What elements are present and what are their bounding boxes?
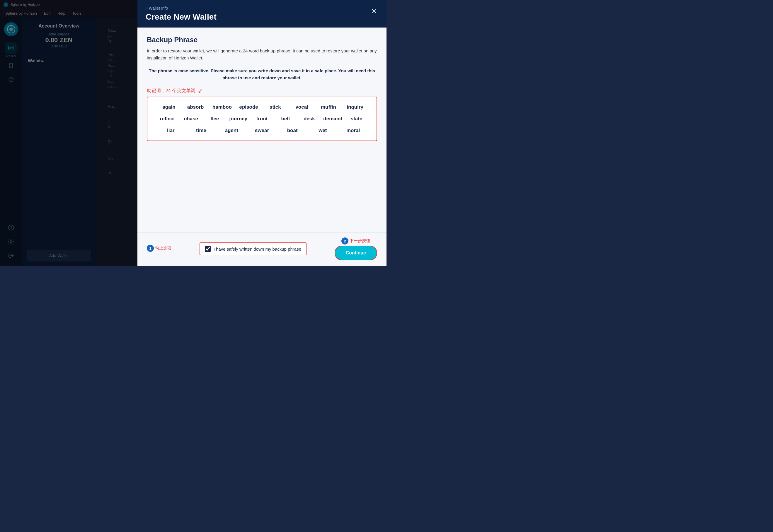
- phrase-word-18: liar: [159, 128, 182, 134]
- create-wallet-modal: ‹ Wallet Info Create New Wallet Backup P…: [137, 0, 386, 266]
- annotation-arrow-icon: ↙: [198, 87, 203, 94]
- back-label: Wallet Info: [149, 6, 168, 11]
- phrase-word-22: boat: [281, 128, 304, 134]
- phrase-word-10: chase: [179, 116, 203, 122]
- phrase-word-15: desk: [297, 116, 321, 122]
- annotation-text: 助记词，24 个英文单词: [147, 88, 196, 94]
- phrase-word-17: state: [345, 116, 368, 122]
- step-1-badge: 1: [147, 245, 154, 252]
- modal-body: Backup Phrase In order to restore your w…: [137, 28, 386, 232]
- step1-label: 勾上选项: [155, 246, 171, 251]
- warning-text: The phrase is case sensitive. Please mak…: [147, 67, 377, 81]
- modal-footer: 1 勾上选项 I have safely written down my bac…: [137, 232, 386, 266]
- modal-header: ‹ Wallet Info Create New Wallet: [137, 0, 386, 28]
- phrase-word-9: reflect: [155, 116, 179, 122]
- phrase-row-2: reflect chase flee journey front belt de…: [155, 116, 368, 122]
- phrase-row-3: liar time agent swear boat wet moral: [155, 128, 368, 134]
- phrase-word-6: vocal: [290, 104, 314, 110]
- phrase-word-16: demand: [321, 116, 345, 122]
- checkbox-area: I have safely written down my backup phr…: [200, 242, 307, 255]
- modal-close-button[interactable]: [369, 6, 379, 16]
- section-title: Backup Phrase: [147, 36, 377, 44]
- section-description: In order to restore your wallet, we will…: [147, 47, 377, 61]
- backup-checkbox[interactable]: [205, 246, 211, 252]
- phrase-row-1: again absorb bamboo episode stick vocal …: [155, 104, 368, 110]
- phrase-word-5: stick: [264, 104, 287, 110]
- phrase-word-21: swear: [250, 128, 274, 134]
- phrase-word-24: moral: [341, 128, 365, 134]
- phrase-word-1: again: [157, 104, 180, 110]
- modal-title: Create New Wallet: [146, 12, 378, 22]
- phrase-word-19: time: [189, 128, 213, 134]
- phrase-word-4: episode: [237, 104, 261, 110]
- phrase-word-3: bamboo: [211, 104, 234, 110]
- continue-button[interactable]: Continue: [335, 246, 377, 260]
- phrase-word-7: muffin: [317, 104, 340, 110]
- step2-label: 下一步按钮: [350, 238, 370, 244]
- step-2-badge: 2: [341, 237, 348, 244]
- back-button[interactable]: ‹ Wallet Info: [146, 6, 378, 11]
- back-chevron-icon: ‹: [146, 6, 147, 11]
- phrase-word-20: agent: [220, 128, 243, 134]
- phrase-word-2: absorb: [184, 104, 207, 110]
- phrase-word-11: flee: [203, 116, 227, 122]
- phrase-word-12: journey: [227, 116, 250, 122]
- phrase-word-14: belt: [274, 116, 297, 122]
- modal-overlay: ‹ Wallet Info Create New Wallet Backup P…: [0, 0, 386, 266]
- app-layout: My ZEN ?: [0, 18, 386, 266]
- phrase-word-13: front: [250, 116, 274, 122]
- annotation-chinese: 助记词，24 个英文单词 ↙: [147, 87, 377, 94]
- phrase-box: again absorb bamboo episode stick vocal …: [147, 97, 377, 141]
- checkbox-label[interactable]: I have safely written down my backup phr…: [214, 247, 301, 252]
- phrase-word-23: wet: [311, 128, 334, 134]
- phrase-word-8: inquiry: [343, 104, 367, 110]
